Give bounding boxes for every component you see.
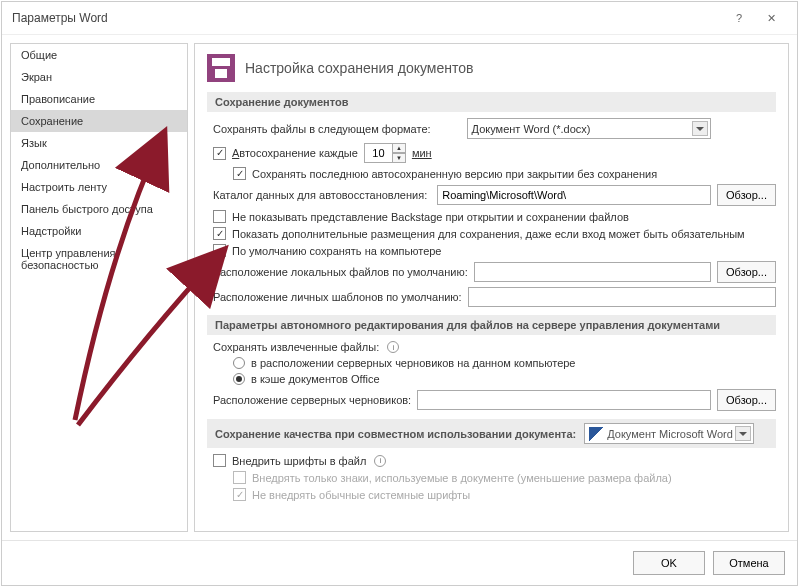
section-save-docs: Сохранение документов [207,92,776,112]
sidebar-item-save[interactable]: Сохранение [11,110,187,132]
sidebar-item-ribbon[interactable]: Настроить ленту [11,176,187,198]
section-offline: Параметры автономного редактирования для… [207,315,776,335]
default-local-checkbox[interactable] [213,244,226,257]
no-backstage-checkbox[interactable] [213,210,226,223]
no-system-label: Не внедрять обычные системные шрифты [252,489,470,501]
chevron-down-icon [735,426,751,441]
sidebar-item-trust[interactable]: Центр управления безопасностью [11,242,187,276]
opt-cache-radio[interactable] [233,373,245,385]
options-panel: Настройка сохранения документов Сохранен… [194,43,789,532]
word-doc-icon [589,427,603,441]
sidebar-item-language[interactable]: Язык [11,132,187,154]
embed-subset-label: Внедрять только знаки, используемые в до… [252,472,672,484]
autosave-input[interactable] [364,143,392,163]
sidebar-item-addins[interactable]: Надстройки [11,220,187,242]
ok-button[interactable]: OK [633,551,705,575]
autosave-label: ААвтосохранение каждыевтосохранение кажд… [232,147,358,159]
opt-server-label: в расположении серверных черновиков на д… [251,357,575,369]
no-backstage-label: Не показывать представление Backstage пр… [232,211,629,223]
cancel-button[interactable]: Отмена [713,551,785,575]
spin-down-icon[interactable]: ▼ [392,153,406,163]
autorecover-label: Каталог данных для автовосстановления: [213,189,427,201]
templates-input[interactable] [468,287,776,307]
show-additional-label: Показать дополнительные размещения для с… [232,228,745,240]
embed-subset-checkbox [233,471,246,484]
panel-title: Настройка сохранения документов [245,60,473,76]
close-button[interactable]: ✕ [755,8,787,28]
opt-server-radio[interactable] [233,357,245,369]
drafts-browse-button[interactable]: Обзор... [717,389,776,411]
keep-last-label: Сохранять последнюю автосохраненную верс… [252,168,657,180]
fidelity-doc-select[interactable]: Документ Microsoft Word [584,423,754,444]
spin-up-icon[interactable]: ▲ [392,143,406,153]
local-files-label: Расположение локальных файлов по умолчан… [213,266,468,278]
autosave-unit: мин [412,147,432,159]
drafts-label: Расположение серверных черновиков: [213,394,411,406]
save-icon [207,54,235,82]
opt-cache-label: в кэше документов Office [251,373,380,385]
chevron-down-icon [692,121,708,136]
default-local-label: По умолчанию сохранять на компьютере [232,245,441,257]
local-files-browse-button[interactable]: Обзор... [717,261,776,283]
help-button[interactable]: ? [723,8,755,28]
titlebar: Параметры Word ? ✕ [2,2,797,35]
format-select[interactable]: Документ Word (*.docx) [467,118,711,139]
info-icon[interactable]: i [374,455,386,467]
embed-fonts-label: Внедрить шрифты в файл [232,455,366,467]
dialog-footer: OK Отмена [2,540,797,585]
autorecover-path-input[interactable] [437,185,711,205]
sidebar-item-general[interactable]: Общие [11,44,187,66]
checked-out-label: Сохранять извлеченные файлы: [213,341,379,353]
category-sidebar: Общие Экран Правописание Сохранение Язык… [10,43,188,532]
sidebar-item-advanced[interactable]: Дополнительно [11,154,187,176]
options-dialog: Параметры Word ? ✕ Общие Экран Правописа… [1,1,798,586]
format-value: Документ Word (*.docx) [472,123,591,135]
no-system-checkbox [233,488,246,501]
info-icon[interactable]: i [387,341,399,353]
fidelity-doc-value: Документ Microsoft Word [607,428,733,440]
section-fidelity: Сохранение качества при совместном испол… [207,419,776,448]
show-additional-checkbox[interactable] [213,227,226,240]
autosave-spinner[interactable]: ▲ ▼ [364,143,406,163]
keep-last-checkbox[interactable] [233,167,246,180]
sidebar-item-proofing[interactable]: Правописание [11,88,187,110]
drafts-input[interactable] [417,390,711,410]
autosave-checkbox[interactable] [213,147,226,160]
sidebar-item-display[interactable]: Экран [11,66,187,88]
autorecover-browse-button[interactable]: Обзор... [717,184,776,206]
embed-fonts-checkbox[interactable] [213,454,226,467]
local-files-input[interactable] [474,262,711,282]
sidebar-item-qat[interactable]: Панель быстрого доступа [11,198,187,220]
format-label: Сохранять файлы в следующем формате: [213,123,431,135]
dialog-title: Параметры Word [12,11,723,25]
templates-label: Расположение личных шаблонов по умолчани… [213,291,462,303]
